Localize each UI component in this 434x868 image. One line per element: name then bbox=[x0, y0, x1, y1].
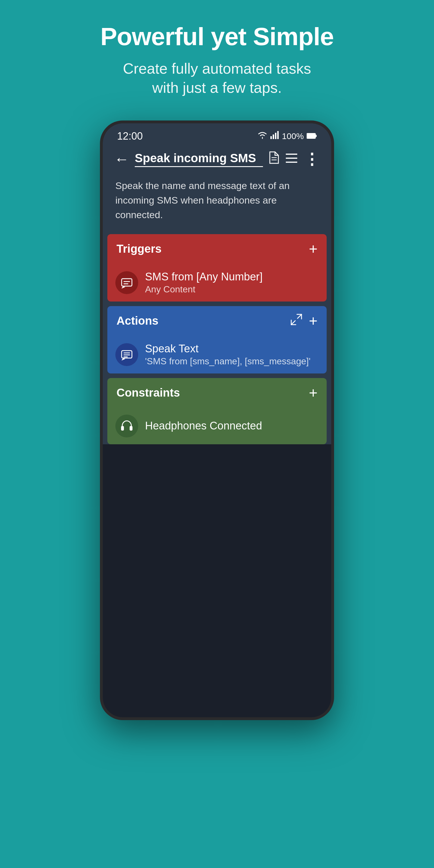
sms-trigger-icon bbox=[115, 271, 138, 294]
triggers-header-icons: + bbox=[309, 240, 317, 257]
svg-rect-5 bbox=[307, 134, 315, 138]
triggers-header: Triggers + bbox=[107, 234, 327, 264]
status-time: 12:00 bbox=[117, 130, 143, 142]
phone-screen: 12:00 100% bbox=[103, 123, 331, 717]
status-icons: 100% bbox=[257, 131, 317, 141]
battery-icon bbox=[307, 131, 317, 141]
action-item[interactable]: Speak Text 'SMS from [sms_name], [sms_me… bbox=[107, 336, 327, 373]
action-item-text: Speak Text 'SMS from [sms_name], [sms_me… bbox=[145, 343, 310, 367]
phone-bottom-area bbox=[103, 444, 331, 717]
constraints-add-button[interactable]: + bbox=[309, 384, 317, 401]
task-description: Speak the name and message text of an in… bbox=[103, 173, 331, 231]
back-button[interactable]: ← bbox=[114, 152, 129, 166]
trigger-sub-text: Any Content bbox=[145, 284, 263, 294]
triggers-section: Triggers + SMS from [Any Number] Any bbox=[107, 234, 327, 302]
hero-title: Powerful yet Simple bbox=[100, 23, 334, 51]
svg-rect-26 bbox=[130, 426, 132, 431]
app-bar: ← Speak incoming SMS bbox=[103, 146, 331, 173]
svg-line-17 bbox=[298, 314, 302, 318]
actions-add-button[interactable]: + bbox=[309, 312, 317, 330]
signal-icon bbox=[270, 131, 279, 141]
constraints-title: Constraints bbox=[117, 386, 180, 399]
constraint-item[interactable]: Headphones Connected bbox=[107, 408, 327, 444]
top-bar-actions: ⋮ bbox=[269, 151, 320, 167]
triggers-add-button[interactable]: + bbox=[309, 240, 317, 257]
constraint-main-text: Headphones Connected bbox=[145, 420, 262, 432]
trigger-item-text: SMS from [Any Number] Any Content bbox=[145, 271, 263, 294]
action-sub-text: 'SMS from [sms_name], [sms_message]' bbox=[145, 356, 310, 367]
actions-header: Actions + bbox=[107, 306, 327, 336]
hero-subtitle: Create fully automated tasks with just a… bbox=[123, 59, 311, 98]
svg-line-20 bbox=[291, 321, 295, 324]
trigger-item[interactable]: SMS from [Any Number] Any Content bbox=[107, 264, 327, 302]
constraints-section: Constraints + Headphones Connected bbox=[107, 378, 327, 444]
action-main-text: Speak Text bbox=[145, 343, 310, 355]
svg-rect-12 bbox=[122, 279, 132, 286]
status-bar: 12:00 100% bbox=[103, 123, 331, 146]
app-bar-title: Speak incoming SMS bbox=[135, 151, 263, 167]
svg-rect-6 bbox=[315, 135, 317, 137]
battery-text: 100% bbox=[282, 131, 304, 141]
svg-rect-25 bbox=[121, 426, 124, 431]
svg-rect-0 bbox=[270, 136, 272, 139]
actions-header-icons: + bbox=[291, 312, 317, 330]
wifi-icon bbox=[257, 131, 268, 141]
actions-expand-icon[interactable] bbox=[291, 314, 302, 328]
svg-rect-2 bbox=[275, 133, 276, 139]
svg-rect-3 bbox=[277, 131, 279, 139]
speak-text-icon bbox=[115, 343, 138, 366]
constraint-item-text: Headphones Connected bbox=[145, 420, 262, 432]
headphones-icon bbox=[115, 414, 138, 437]
actions-section: Actions + bbox=[107, 306, 327, 373]
constraints-header: Constraints + bbox=[107, 378, 327, 408]
doc-icon[interactable] bbox=[269, 151, 279, 167]
constraints-header-icons: + bbox=[309, 384, 317, 401]
triggers-title: Triggers bbox=[117, 242, 162, 255]
trigger-main-text: SMS from [Any Number] bbox=[145, 271, 263, 283]
more-options-icon[interactable]: ⋮ bbox=[304, 151, 320, 167]
svg-rect-1 bbox=[273, 134, 274, 139]
list-icon[interactable] bbox=[286, 152, 297, 166]
phone-frame: 12:00 100% bbox=[100, 121, 334, 720]
actions-title: Actions bbox=[117, 314, 158, 327]
